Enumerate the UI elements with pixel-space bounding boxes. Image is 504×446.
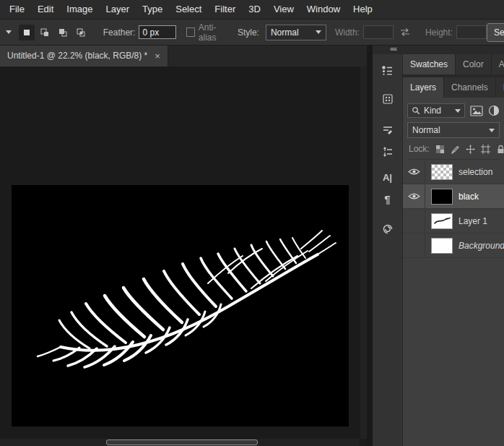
layer-thumbnail[interactable] [431,213,453,229]
visibility-toggle[interactable] [403,233,425,257]
expand-panels-icon[interactable]: «« [390,45,396,53]
subtract-selection-icon [58,27,68,38]
tab-channels[interactable]: Channels [444,77,496,98]
lock-row: Lock: [409,144,500,160]
canvas[interactable] [12,185,349,426]
vertical-scrollbar[interactable] [360,67,367,439]
menu-view[interactable]: View [267,0,300,19]
layer-name: black [459,192,479,202]
layer-row-background[interactable]: Background [403,233,504,258]
add-to-selection-button[interactable] [37,25,53,40]
dock-divider [367,45,373,446]
feather-label: Feather: [103,27,136,38]
document-tab[interactable]: Untitled-1 @ 22.2% (black, RGB/8) * × [0,45,168,67]
lock-artboard-icon[interactable] [481,145,490,154]
visibility-toggle[interactable] [403,160,425,184]
menu-edit[interactable]: Edit [31,0,60,19]
tab-layers[interactable]: Layers [403,77,444,98]
tab-swatches[interactable]: Swatches [403,54,456,74]
close-icon[interactable]: × [155,51,160,61]
subtract-from-selection-button[interactable] [55,25,71,40]
brush-settings-panel-icon[interactable] [373,60,402,82]
pasteboard [0,67,373,446]
layers-list: selection black Layer 1 Bac [403,160,504,258]
collapsed-panel-strip: A| ¶ [373,54,403,446]
filter-kind-select[interactable]: Kind [407,103,465,118]
swatches-panel-tabs: Swatches Color Adju [403,54,504,74]
height-input[interactable] [456,25,487,39]
glyphs-panel-icon[interactable] [373,88,402,110]
intersect-selection-icon [76,27,86,38]
menu-filter[interactable]: Filter [208,0,242,19]
menu-type[interactable]: Type [136,0,169,19]
document-title: Untitled-1 @ 22.2% (black, RGB/8) * [7,51,147,61]
tab-color[interactable]: Color [456,54,492,74]
layers-panel-tabs: Layers Channels Path [403,77,504,98]
menu-file[interactable]: File [3,0,31,19]
paths-panel-icon[interactable] [373,119,402,141]
menu-image[interactable]: Image [60,0,99,19]
tool-preset-picker[interactable] [2,25,16,40]
antialias-checkbox[interactable] [186,27,194,37]
tool-options-bar: Feather: Anti-alias Style: Normal Width:… [0,20,504,46]
menu-3d[interactable]: 3D [242,0,267,19]
new-selection-icon [22,27,32,38]
feather-input[interactable] [139,25,176,39]
measurement-panel-icon[interactable] [373,141,402,163]
feather-artwork [12,185,349,426]
intersect-selection-button[interactable] [73,25,89,40]
antialias-label: Anti-alias [199,22,229,43]
layer-filter-row: Kind [407,103,500,118]
layer-name: selection [459,167,492,177]
style-label: Style: [238,27,259,38]
chevron-down-icon [6,30,12,34]
lock-position-move-icon[interactable] [466,145,475,154]
tab-paths[interactable]: Path [496,77,504,98]
chevron-down-icon [316,30,321,34]
lock-transparency-icon[interactable] [435,145,445,154]
thumbnail-sketch [432,214,452,228]
new-selection-button[interactable] [19,25,35,40]
layer-name: Layer 1 [459,216,487,226]
layer-row-selection[interactable]: selection [403,160,504,184]
filter-pixel-layers-icon[interactable] [470,106,483,116]
blend-mode-select[interactable]: Normal [407,122,500,138]
swap-dimensions-icon[interactable] [399,27,411,37]
menu-help[interactable]: Help [347,0,379,19]
selection-mode-group [19,25,89,40]
visibility-toggle[interactable] [403,184,425,208]
tab-adjustments[interactable]: Adju [492,54,504,74]
layer-thumbnail[interactable] [431,189,453,205]
panel-dock: Swatches Color Adju Layers Channels Path… [403,54,504,446]
width-input[interactable] [363,25,394,39]
filter-adjustment-layers-icon[interactable] [488,105,500,116]
document-tab-bar: Untitled-1 @ 22.2% (black, RGB/8) * × [0,45,373,67]
blend-mode-value: Normal [412,125,440,135]
lock-all-padlock-icon[interactable] [496,145,504,154]
width-label: Width: [335,27,360,38]
visibility-toggle[interactable] [403,209,425,233]
menu-layer[interactable]: Layer [100,0,136,19]
filter-kind-value: Kind [424,106,441,116]
dock-header: «« [373,45,504,55]
blend-mode-row: Normal [407,122,500,138]
menu-window[interactable]: Window [300,0,347,19]
menu-bar: File Edit Image Layer Type Select Filter… [0,0,504,20]
eye-icon [408,192,420,200]
character-panel-icon[interactable]: A| [373,166,402,188]
paragraph-panel-icon[interactable]: ¶ [373,188,402,210]
layer-row-layer1[interactable]: Layer 1 [403,209,504,233]
layer-row-black[interactable]: black [403,184,504,209]
horizontal-scrollbar-thumb[interactable] [106,439,257,445]
libraries-panel-icon[interactable] [373,218,402,240]
horizontal-scrollbar[interactable] [0,439,360,446]
select-and-mask-button[interactable]: Sele [487,23,504,42]
eye-icon [408,168,420,176]
lock-pixels-brush-icon[interactable] [451,145,460,154]
style-select[interactable]: Normal [266,25,326,40]
lock-label: Lock: [409,144,430,154]
menu-select[interactable]: Select [169,0,208,19]
layer-thumbnail[interactable] [431,238,453,254]
layer-name: Background [459,241,504,251]
layer-thumbnail[interactable] [431,164,453,180]
